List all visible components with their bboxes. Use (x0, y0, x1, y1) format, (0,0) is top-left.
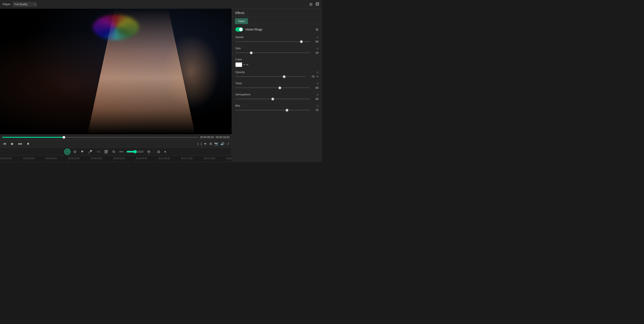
overlay-button[interactable]: ⧉ (111, 149, 116, 154)
atmosphere-slider[interactable] (235, 99, 310, 99)
mark-in-icon[interactable]: { (198, 142, 198, 145)
split-button[interactable]: ⊣ (95, 149, 101, 155)
color-dropdown-button[interactable]: ▾ (244, 63, 245, 66)
size-slider-row: 20 (235, 51, 318, 54)
quality-wrapper: Full Quality Half Quality Quarter Qualit… (13, 2, 37, 7)
color-eyedropper-button[interactable]: ✏ (246, 63, 249, 66)
controls-right: { } ⬌ 🖥 📷 🔊 ⤢ (198, 142, 230, 146)
twist-value: 60 (312, 86, 318, 89)
quality-select[interactable]: Full Quality Half Quality Quarter Qualit… (13, 2, 37, 7)
ruler-mark-1: 00:00:35:00 (22, 157, 45, 162)
video-player (0, 8, 232, 134)
player-label: Player (2, 2, 10, 6)
zoom-slider[interactable] (126, 150, 144, 153)
top-bar-left: Player Full Quality Half Quality Quarter… (2, 2, 37, 7)
progress-row: 00:00:05:04 / 00:00:16:02 (2, 136, 230, 139)
color-swatch[interactable] (235, 62, 242, 67)
monitor-icon[interactable]: 🖥 (209, 142, 212, 145)
mark-out-icon[interactable]: } (201, 142, 202, 145)
param-atmosphere: Atmosphere ◇ 50 (235, 93, 318, 101)
param-speed: Speed ◇ 90 (235, 35, 318, 43)
speed-label: Speed (235, 35, 244, 39)
play-button[interactable]: ▶ (10, 141, 15, 146)
speed-keyframe[interactable]: ◇ (316, 36, 318, 39)
param-color: Color ▾ ✏ (235, 58, 318, 67)
zoom-in-button[interactable]: ➕ (146, 149, 152, 155)
clip-button[interactable]: 🎬 (102, 149, 110, 155)
effect-name: Vortex Rings (245, 28, 262, 31)
size-keyframe[interactable]: ◇ (316, 47, 318, 50)
twist-slider-row: 60 (235, 86, 318, 89)
twist-slider[interactable] (235, 87, 310, 88)
opacity-unit: % (316, 75, 318, 78)
controls-bar: ⏮ ▶ ▶▶ ■ { } ⬌ 🖥 📷 🔊 ⤢ (0, 140, 232, 147)
play-fast-button[interactable]: ▶▶ (18, 142, 23, 146)
param-twist: Twist ◇ 60 (235, 82, 318, 89)
video-and-controls: 00:00:05:04 / 00:00:16:02 ⏮ ▶ ▶▶ ■ { } (0, 8, 232, 162)
param-opacity-header: Opacity ◇ (235, 70, 318, 74)
time-separator: / (214, 136, 216, 139)
grid-view-icon[interactable]: ⊞ (309, 2, 312, 7)
grid-toggle-button[interactable]: ⊞ (156, 149, 161, 155)
zoom-slider-row (126, 150, 144, 153)
effect-toggle[interactable] (235, 27, 243, 31)
snapshot-icon[interactable]: 📷 (214, 142, 218, 146)
expand-button[interactable]: ▾ (163, 149, 167, 155)
skip-back-button[interactable]: ⏮ (2, 141, 7, 146)
effects-header: Effects (232, 8, 322, 16)
speed-value: 90 (312, 40, 318, 43)
insert-icon[interactable]: ⬌ (204, 142, 207, 146)
zoom-out-button[interactable]: ➖ (118, 149, 125, 155)
progress-thumb[interactable] (62, 136, 65, 139)
param-size: Size ◇ 20 (235, 47, 318, 54)
effects-panel: Effects Video Vortex Rings ⚙ Speed ◇ (232, 8, 322, 162)
current-timecode: 00:00:05:04 / 00:00:16:02 (200, 136, 230, 139)
atmosphere-label: Atmosphere (235, 93, 250, 96)
ruler-mark-5: 00:00:55:00 (113, 157, 136, 162)
effects-tab-bar: Video (232, 16, 322, 24)
blur-keyframe[interactable]: ◇ (316, 104, 318, 107)
ruler-mark-2: 00:00:40:00 (45, 157, 68, 162)
loop-button[interactable]: ↺ (64, 149, 70, 155)
opacity-slider-row: 70 % (235, 75, 318, 78)
progress-fill (2, 137, 64, 138)
tab-video[interactable]: Video (235, 18, 248, 24)
twist-keyframe[interactable]: ◇ (316, 82, 318, 85)
twist-label: Twist (235, 82, 242, 85)
ruler-mark-0: 00:00:30:00 (0, 157, 22, 162)
settings-button[interactable]: ⚙ (72, 149, 78, 155)
effect-settings-icon[interactable]: ⚙ (316, 27, 318, 31)
timeline-toolbar: ↺ ⚙ ⚑ 🎤 ⊣ 🎬 ⧉ ➖ ➕ ⊞ ▾ (0, 147, 232, 156)
progress-track[interactable] (2, 137, 198, 138)
opacity-label: Opacity (235, 70, 245, 74)
total-time-value: 00:00:16:02 (216, 136, 230, 139)
timeline-ruler: 00:00:30:00 00:00:35:00 00:00:40:00 00:0… (0, 156, 232, 162)
param-speed-header: Speed ◇ (235, 35, 318, 39)
ruler-mark-10: 00:01:20:00 (226, 157, 232, 162)
top-bar: Player Full Quality Half Quality Quarter… (0, 0, 322, 8)
more-icon[interactable]: ⤢ (227, 142, 230, 146)
size-label: Size (235, 47, 241, 50)
image-icon[interactable]: 🖼 (316, 2, 320, 6)
param-size-header: Size ◇ (235, 47, 318, 50)
speed-slider[interactable] (235, 41, 310, 42)
mic-button[interactable]: 🎤 (87, 149, 94, 155)
opacity-value: 70 (308, 75, 314, 78)
size-slider[interactable] (235, 52, 310, 53)
controls-left: ⏮ ▶ ▶▶ ■ (2, 141, 30, 146)
opacity-keyframe[interactable]: ◇ (316, 71, 318, 74)
stop-button[interactable]: ■ (26, 141, 30, 146)
blur-slider-row: 70 (235, 108, 318, 112)
toolbar-separator (154, 150, 154, 154)
blur-label: Blur (235, 104, 240, 107)
ruler-mark-9: 00:01:15:00 (203, 157, 226, 162)
flag-button[interactable]: ⚑ (79, 149, 85, 155)
param-twist-header: Twist ◇ (235, 82, 318, 85)
effect-name-row: Vortex Rings ⚙ (235, 27, 318, 31)
opacity-slider[interactable] (235, 76, 306, 77)
atmosphere-slider-row: 50 (235, 97, 318, 101)
atmosphere-keyframe[interactable]: ◇ (316, 93, 318, 96)
main-layout: 00:00:05:04 / 00:00:16:02 ⏮ ▶ ▶▶ ■ { } (0, 8, 322, 162)
blur-slider[interactable] (235, 110, 310, 110)
audio-icon[interactable]: 🔊 (220, 142, 224, 146)
